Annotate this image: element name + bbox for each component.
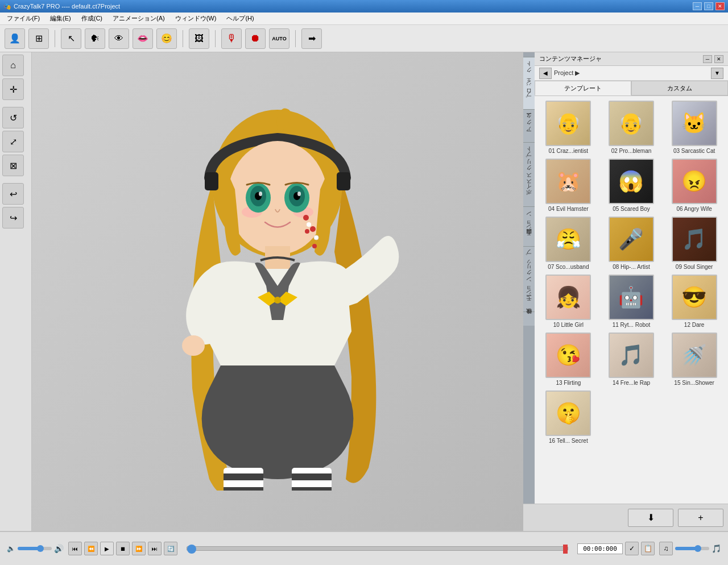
canvas-area[interactable] [32, 52, 523, 531]
rewind-button[interactable]: ⏪ [84, 542, 98, 555]
toolbar-face-button[interactable]: 😊 [156, 28, 177, 49]
tool-fit-button[interactable]: ⊠ [2, 155, 24, 176]
time-display-group: 00:00:000 ✓ 📋 [577, 542, 655, 555]
download-button[interactable]: ⬇ [628, 509, 673, 527]
character-emoji-16: 🤫 [556, 401, 581, 425]
breadcrumb-back-button[interactable]: ◀ [539, 68, 552, 79]
character-name-11: 11 Ryt... Robot [613, 322, 651, 328]
side-tab-project[interactable]: プロジェクト [523, 57, 535, 109]
right-main: プロジェクト アクター ボイススクリプト 自由モーション モーションクリップ 映… [523, 52, 728, 504]
character-item-11[interactable]: 🤖 11 Ryt... Robot [602, 275, 661, 328]
maximize-button[interactable]: □ [704, 2, 713, 10]
toolbar-mouth-button[interactable]: 👄 [133, 28, 153, 49]
character-item-5[interactable]: 😱 05 Scared Boy [602, 159, 661, 212]
side-tab-video[interactable]: 映像 [523, 311, 535, 326]
character-thumbnail-4: 🐹 [545, 159, 591, 204]
volume-right-knob[interactable] [694, 545, 701, 552]
toolbar-grid-button[interactable]: ⊞ [28, 28, 49, 49]
tool-home-button[interactable]: ⌂ [2, 55, 24, 76]
character-item-10[interactable]: 👧 10 Little Girl [539, 275, 598, 328]
tool-redo-button[interactable]: ↪ [2, 207, 24, 229]
menu-animation[interactable]: アニメーション(A) [108, 13, 169, 24]
forward-end-button[interactable]: ⏭ [148, 542, 162, 555]
breadcrumb-text: Project ▶ [554, 69, 580, 77]
toolbar-person-button[interactable]: 👤 [5, 28, 25, 49]
character-name-2: 02 Pro...bleman [611, 148, 652, 154]
character-name-13: 13 Flirting [556, 380, 581, 386]
side-tab-actor[interactable]: アクター [523, 109, 535, 142]
toolbar-cursor-button[interactable]: ↖ [61, 28, 81, 49]
character-thumbnail-13: 😘 [545, 333, 591, 378]
forward-button[interactable]: ⏩ [132, 542, 146, 555]
content-manager-close-btn[interactable]: ✕ [714, 55, 723, 63]
play-button[interactable]: ▶ [100, 542, 114, 555]
toolbar-image-button[interactable]: 🖼 [189, 28, 209, 49]
character-emoji-7: 😤 [556, 227, 581, 251]
character-item-15[interactable]: 🚿 15 Sin...Shower [665, 333, 723, 386]
character-item-12[interactable]: 😎 12 Dare [665, 275, 723, 328]
add-button[interactable]: + [678, 509, 723, 527]
side-tab-motion[interactable]: 自由モーション [523, 206, 535, 246]
loop-button[interactable]: 🔄 [164, 542, 177, 555]
character-item-7[interactable]: 😤 07 Sco...usband [539, 217, 598, 270]
stop-button[interactable]: ⏹ [116, 542, 130, 555]
tool-undo-button[interactable]: ↩ [2, 183, 24, 205]
character-item-14[interactable]: 🎵 14 Fre...le Rap [602, 333, 661, 386]
audio-btn[interactable]: ♫ [659, 542, 673, 555]
tool-rotate-button[interactable]: ↺ [2, 107, 24, 128]
menu-file[interactable]: ファイル(F) [2, 13, 44, 24]
timeline-progress-handle[interactable] [187, 545, 196, 554]
tab-custom[interactable]: カスタム [631, 81, 728, 95]
anime-character [141, 93, 414, 491]
character-thumbnail-2: 👴 [609, 101, 654, 146]
character-item-16[interactable]: 🤫 16 Tell... Secret [539, 390, 598, 444]
toolbar-record2-button[interactable]: ⏺ [245, 28, 266, 49]
close-button[interactable]: ✕ [715, 2, 725, 10]
side-tab-motion-clip[interactable]: モーションクリップ [523, 246, 535, 311]
canvas-background [32, 52, 523, 531]
character-item-6[interactable]: 😠 06 Angry Wife [665, 159, 723, 212]
volume-right-slider[interactable] [675, 547, 709, 550]
minimize-button[interactable]: ─ [693, 2, 702, 10]
menu-edit[interactable]: 編集(E) [46, 13, 76, 24]
time-check-button[interactable]: ✓ [625, 542, 639, 555]
toolbar-export-button[interactable]: ➡ [301, 28, 322, 49]
character-thumbnail-14: 🎵 [609, 333, 654, 378]
character-name-5: 05 Scared Boy [613, 206, 650, 212]
tab-template[interactable]: テンプレート [535, 81, 631, 95]
menu-help[interactable]: ヘルプ(H) [222, 13, 258, 24]
playback-controls: ⏮ ⏪ ▶ ⏹ ⏩ ⏭ 🔄 [68, 542, 177, 555]
toolbar-eye-button[interactable]: 👁 [109, 28, 129, 49]
svg-point-34 [312, 244, 317, 248]
timeline-bar[interactable] [187, 546, 568, 551]
svg-point-15 [307, 222, 311, 227]
menu-create[interactable]: 作成(C) [77, 13, 107, 24]
rewind-begin-button[interactable]: ⏮ [68, 542, 82, 555]
toolbar-auto-button[interactable]: AUTO [269, 28, 289, 49]
bottom-action-area: ⬇ + [523, 504, 728, 531]
main-area: ⌂ ✛ ↺ ⤢ ⊠ ↩ ↪ [0, 52, 728, 531]
time-settings-button[interactable]: 📋 [641, 542, 655, 555]
volume-left-knob[interactable] [37, 545, 44, 552]
volume-left-slider[interactable] [18, 547, 52, 550]
tool-scale-button[interactable]: ⤢ [2, 131, 24, 152]
window-title: CrazyTalk7 PRO ---- default.ct7Project [14, 3, 120, 10]
content-manager-minimize-btn[interactable]: ─ [703, 55, 712, 63]
volume-right: ♫ 🎵 [659, 542, 721, 555]
character-item-2[interactable]: 👴 02 Pro...bleman [602, 101, 661, 154]
character-item-13[interactable]: 😘 13 Flirting [539, 333, 598, 386]
character-name-10: 10 Little Girl [553, 322, 584, 328]
content-panel: コンテンツマネージャ ─ ✕ ◀ Project ▶ ▼ テンプレート [535, 52, 728, 504]
character-item-4[interactable]: 🐹 04 Evil Hamster [539, 159, 598, 212]
tool-move-button[interactable]: ✛ [2, 78, 24, 100]
character-emoji-4: 🐹 [556, 169, 581, 193]
side-tab-voice[interactable]: ボイススクリプト [523, 142, 535, 206]
character-item-3[interactable]: 🐱 03 Sarcastic Cat [665, 101, 723, 154]
menu-window[interactable]: ウィンドウ(W) [171, 13, 221, 24]
character-item-1[interactable]: 👴 01 Craz...ientist [539, 101, 598, 154]
character-item-8[interactable]: 🎤 08 Hip-... Artist [602, 217, 661, 270]
toolbar-record-button[interactable]: 🎙 [221, 28, 242, 49]
character-item-9[interactable]: 🎵 09 Soul Singer [665, 217, 723, 270]
breadcrumb-dropdown-button[interactable]: ▼ [711, 68, 723, 79]
toolbar-head-button[interactable]: 🗣 [85, 28, 105, 49]
